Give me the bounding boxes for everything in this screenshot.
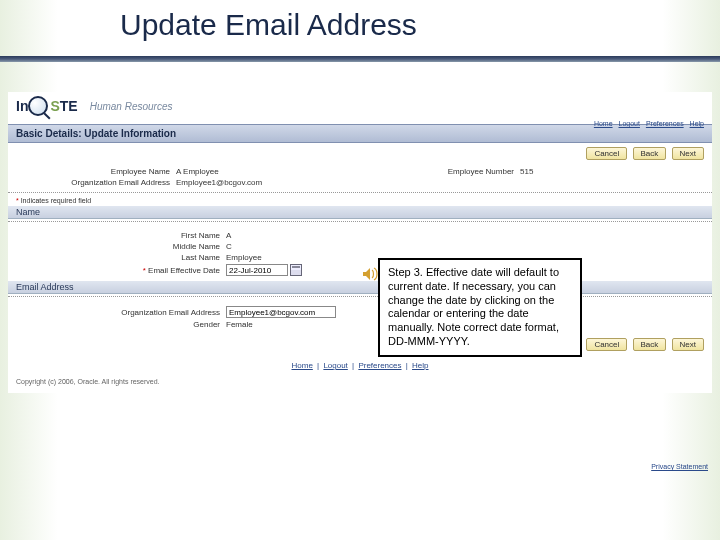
emp-number-label: Employee Number: [360, 167, 520, 176]
privacy-link[interactable]: Privacy Statement: [651, 463, 708, 470]
top-links: Home Logout Preferences Help: [590, 120, 704, 127]
section-name: Name: [8, 206, 712, 219]
footer-logout-link[interactable]: Logout: [323, 361, 347, 370]
org-email-input[interactable]: [226, 306, 336, 318]
first-name-label: First Name: [16, 231, 226, 240]
emp-name-value: A Employee: [176, 167, 219, 176]
next-button[interactable]: Next: [672, 147, 704, 160]
middle-name-label: Middle Name: [16, 242, 226, 251]
first-name-value: A: [226, 231, 231, 240]
bottom-button-row: Cancel Back Next: [8, 334, 712, 355]
last-name-label: Last Name: [16, 253, 226, 262]
footer-home-link[interactable]: Home: [292, 361, 313, 370]
help-link[interactable]: Help: [690, 120, 704, 127]
required-note: * Indicates required field: [8, 195, 712, 206]
logo-text-s: S: [50, 98, 59, 114]
emp-number-value: 515: [520, 167, 533, 176]
speaker-icon: [362, 266, 378, 282]
footer-links: Home | Logout | Preferences | Help: [8, 355, 712, 376]
title-underline: [0, 56, 720, 62]
logo-text-te: TE: [60, 98, 78, 114]
emp-name-label: Employee Name: [16, 167, 176, 176]
divider: [8, 192, 712, 193]
org-email-label: Organization Email Address: [16, 178, 176, 187]
org-email-value: Employee1@bcgov.com: [176, 178, 262, 187]
back-button[interactable]: Back: [633, 147, 667, 160]
logo-text-in: In: [16, 98, 28, 114]
divider: [8, 296, 712, 297]
logout-link[interactable]: Logout: [619, 120, 640, 127]
prefs-link[interactable]: Preferences: [646, 120, 684, 127]
gender-label: Gender: [16, 320, 226, 329]
next-button[interactable]: Next: [672, 338, 704, 351]
name-form: First Name A Middle Name C Last Name Emp…: [8, 224, 712, 281]
footer-prefs-link[interactable]: Preferences: [358, 361, 401, 370]
top-button-row: Cancel Back Next: [8, 143, 712, 164]
slide-title: Update Email Address: [120, 8, 417, 42]
section-email: Email Address: [8, 281, 712, 294]
last-name-value: Employee: [226, 253, 262, 262]
org-email-form-label: Organization Email Address: [16, 308, 226, 317]
gender-value: Female: [226, 320, 253, 329]
calendar-icon[interactable]: [290, 264, 302, 276]
middle-name-value: C: [226, 242, 232, 251]
cancel-button[interactable]: Cancel: [586, 147, 627, 160]
app-logo: In S TE: [16, 96, 78, 116]
magnifier-icon: [28, 96, 48, 116]
employee-summary: Employee Name A Employee Organization Em…: [8, 164, 712, 190]
instruction-callout: Step 3. Effective date will default to c…: [378, 258, 582, 357]
home-link[interactable]: Home: [594, 120, 613, 127]
divider: [8, 221, 712, 222]
effective-date-label: * Email Effective Date: [16, 266, 226, 275]
required-text: Indicates required field: [19, 197, 91, 204]
copyright: Copyright (c) 2006, Oracle. All rights r…: [8, 376, 712, 393]
cancel-button[interactable]: Cancel: [586, 338, 627, 351]
effective-date-input[interactable]: [226, 264, 288, 276]
app-window: In S TE Human Resources Basic Details: U…: [8, 92, 712, 393]
back-button[interactable]: Back: [633, 338, 667, 351]
email-form: Organization Email Address Gender Female: [8, 299, 712, 334]
hr-label: Human Resources: [90, 101, 173, 112]
footer-help-link[interactable]: Help: [412, 361, 428, 370]
